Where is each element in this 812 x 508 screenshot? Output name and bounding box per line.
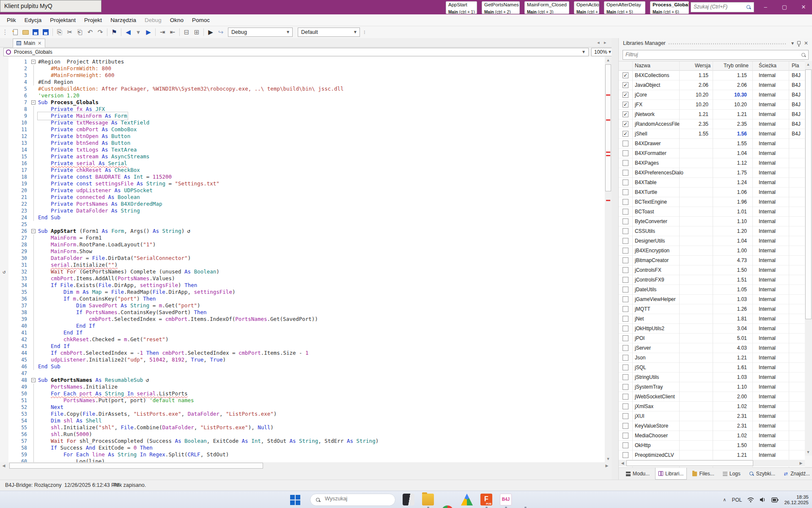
code-line[interactable]: 50For Each port As String In serial.List… [0,390,605,397]
editor-zoom-combobox[interactable]: 100% ▼ [591,48,614,56]
code-line[interactable]: 11Private cmbPort As ComboBox [0,126,605,133]
library-checkbox[interactable]: ✓ [623,72,628,78]
code-line[interactable]: 29MainForm.Show [0,248,605,255]
library-row[interactable]: ✓B4XCollections1.151.15InternalB4J [619,71,805,80]
code-line[interactable]: 46End Sub [0,363,605,370]
code-line[interactable]: 18Private const BAUDRATE As Int = 115200 [0,174,605,180]
build-profile-select[interactable]: Default▼ [298,28,360,37]
step-into-icon[interactable]: ↪ [216,28,226,37]
volume-icon[interactable] [760,497,766,502]
battery-icon[interactable] [771,497,779,502]
code-line[interactable]: 44If cmbPort.SelectedIndex = -1 Then cmb… [0,350,605,356]
save-icon[interactable] [30,28,41,37]
code-line[interactable]: 58If Success And ExitCode = 0 Then [0,444,605,451]
build-configuration-select[interactable]: Debug▼ [228,28,293,37]
hidden-icons-chevron[interactable]: ∧ [723,497,726,502]
libraries-table-header[interactable]: NazwaWersjaTryb onlineŚcieżkaPla [619,61,805,71]
code-line[interactable]: 23Private DataFolder As String [0,207,605,214]
cut-icon[interactable]: ✂ [65,28,75,37]
library-checkbox[interactable] [623,267,628,273]
code-line[interactable]: 45udpListener.Initialize2("udp", 51042, … [0,356,605,363]
library-row[interactable]: jPOI5.01Internal [619,334,805,343]
library-row[interactable]: jSQL1.61Internal [619,363,805,373]
library-row[interactable]: jMQTT1.26Internal [619,304,805,314]
library-checkbox[interactable] [623,433,628,439]
menu-narzędzia[interactable]: Narzędzia [106,14,140,26]
dock-tab-librari[interactable]: Librari... [655,468,687,480]
code-line[interactable]: 26−Sub AppStart (Form1 As Form, Args() A… [0,228,605,235]
language-indicator[interactable]: POL [732,497,742,503]
library-row[interactable]: jGameViewHelper1.03Internal [619,295,805,304]
comment-icon[interactable]: ⊟ [181,28,192,37]
taskbar-search-input[interactable] [325,496,388,502]
library-checkbox[interactable] [623,423,628,429]
libraries-horizontal-scrollbar[interactable]: ◀ ▶ [619,460,805,467]
libraries-vertical-scrollbar[interactable]: ▲ ▼ [805,61,812,456]
menu-okno[interactable]: Okno [166,14,188,26]
code-line[interactable]: 16Private serial As Serial [0,160,605,167]
library-row[interactable]: jDateUtils1.05Internal [619,285,805,295]
code-line[interactable]: 3#MainFormHeight: 600 [0,72,605,79]
scroll-right-icon[interactable]: ▶ [798,460,804,466]
panel-splitter[interactable] [612,38,618,480]
column-header-wersja[interactable]: Wersja [695,63,710,69]
library-checkbox[interactable] [623,189,628,195]
close-tab-icon[interactable]: ✕ [38,41,41,46]
run-icon[interactable]: ▶ [206,28,216,37]
library-row[interactable]: BCTextEngine1.96Internal [619,197,805,207]
b4j-icon[interactable]: B4J [500,494,512,505]
navigate-back-icon[interactable]: ◀ [123,28,133,37]
library-row[interactable]: jStringUtils1.03Internal [619,373,805,382]
code-line[interactable]: 7−Sub Process_Globals [0,99,605,106]
code-line[interactable]: 27MainForm = Form1 [0,235,605,241]
code-line[interactable]: 40End If [0,323,605,329]
code-line[interactable]: 31serial.Initialize("") [0,262,605,268]
code-line[interactable]: 13Private btnSend As Button [0,140,605,146]
code-line[interactable]: 47 [0,370,605,377]
module-button-getportsnames[interactable]: GetPortsNamesMain (ctrl + 2) [482,1,520,14]
code-line[interactable]: 34If File.Exists(File.DirApp, settingsFi… [0,282,605,289]
scroll-left-icon[interactable]: ◀ [1,463,7,469]
library-checkbox[interactable] [623,199,628,205]
toolbar-overflow-icon[interactable]: ⁝ [364,29,365,35]
library-checkbox[interactable]: ✓ [623,102,628,108]
code-line[interactable]: 60Log(line) [0,458,605,462]
library-checkbox[interactable] [623,228,628,234]
fold-marker[interactable]: − [31,60,36,64]
code-line[interactable]: 41End If [0,329,605,336]
dock-tab-logs[interactable]: Logs [720,468,743,480]
code-editor[interactable]: 1−#Region Project Attributes2#MainFormWi… [0,57,605,462]
library-row[interactable]: jXUI2.31Internal [619,411,805,421]
library-checkbox[interactable] [623,141,628,146]
column-header-ścieżka[interactable]: Ścieżka [759,63,776,69]
save-all-icon[interactable] [41,28,51,37]
library-checkbox[interactable] [623,277,628,283]
library-checkbox[interactable] [623,326,628,331]
dock-tab-szybki[interactable]: Szybki... [746,468,778,480]
library-checkbox[interactable] [623,364,628,370]
fold-marker[interactable]: − [31,100,36,105]
fold-marker[interactable]: − [31,378,36,382]
library-checkbox[interactable] [623,394,628,400]
ide-search-box[interactable] [691,2,754,12]
code-line[interactable]: 35Dim m As Map = File.ReadMap(File.DirAp… [0,289,605,295]
module-button-openactio[interactable]: OpenActioMain (ctrl + 4) [574,1,599,14]
library-checkbox[interactable]: ✓ [623,82,628,88]
library-row[interactable]: jXmlSax1.02Internal [619,402,805,411]
redo-icon[interactable]: ↷ [95,28,105,37]
scroll-down-icon[interactable]: ▼ [805,449,811,455]
editor-horizontal-scrollbar[interactable]: ◀ ▶ [0,462,612,469]
column-header-tryb online[interactable]: Tryb online [724,63,749,69]
scroll-up-icon[interactable]: ▲ [805,61,811,67]
code-line[interactable]: 17Private chkReset As CheckBox [0,167,605,174]
code-line[interactable]: 2#MainFormWidth: 800 [0,65,605,72]
code-line[interactable]: 6'version 1.20 [0,92,605,99]
dock-tab-znajdź[interactable]: ⇄Znajdź... [781,468,812,480]
current-sub-combobox[interactable]: Process_Globals ▼ [3,48,589,56]
code-line[interactable]: 32↺Wait For (GetPortsNames) Complete (un… [0,268,605,275]
menu-projekt[interactable]: Projekt [80,14,106,26]
library-checkbox[interactable]: ✓ [623,131,628,137]
code-line[interactable]: 22Private PortsNames As B4XOrderedMap [0,201,605,207]
library-filter-input[interactable] [623,51,792,59]
library-row[interactable]: ✓jFX10.2010.20InternalB4J [619,100,805,110]
